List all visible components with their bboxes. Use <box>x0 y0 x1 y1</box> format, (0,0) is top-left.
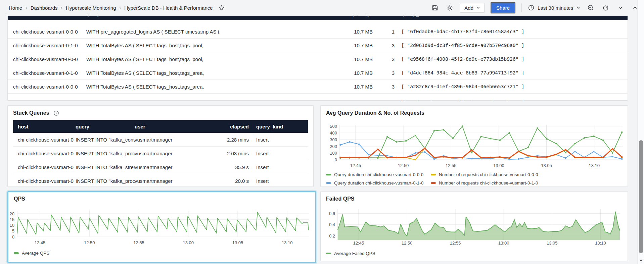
failed-qps-panel-title: Failed QPS <box>326 196 354 202</box>
table-cell: 1 <box>373 29 395 35</box>
legend-label: Query duration chi-clickhouse-vusmart-0-… <box>334 172 423 177</box>
time-range-picker[interactable]: Last 30 minutes <box>528 4 580 11</box>
qps-panel-title: QPS <box>14 196 25 202</box>
svg-text:13:00: 13:00 <box>493 163 504 168</box>
query-log-table-row[interactable]: chi-clickhouse-vusmart-0-1-0WITH TotalBy… <box>8 39 628 52</box>
query-log-table-row[interactable]: chi-clickhouse-vusmart-0-1-0WITH TotalBy… <box>8 66 628 80</box>
table-cell: Insert <box>249 164 308 170</box>
scrollbar-thumb[interactable] <box>639 140 643 253</box>
add-button-label: Add <box>464 5 473 11</box>
top-toolbar: Home › Dashboards › Hyperscale Monitorin… <box>0 0 644 15</box>
table-cell: vusmartmanager <box>135 164 198 170</box>
query-log-table-row[interactable]: chi-clickhouse-vusmart-0-0-0WITH TotalBy… <box>8 80 628 94</box>
legend-label-average-qps[interactable]: Average QPS <box>22 251 49 256</box>
table-cell: INSERT INTO "kafka_proc <box>76 178 135 184</box>
column-header-query[interactable]: query <box>86 16 288 20</box>
breadcrumb-folder[interactable]: Hyperscale Monitoring <box>66 5 116 11</box>
query-log-table-row[interactable]: chi-clickhouse-vusmart-0-0-0WITH pre_agg… <box>8 25 628 39</box>
avg-query-duration-panel-title: Avg Query Duration & No. of Requests <box>326 110 424 116</box>
table-cell: WITH TotalBytes AS ( SELECT tags_host,ta… <box>86 43 288 48</box>
legend-label-average-failed-qps[interactable]: Average Failed QPS <box>334 251 375 256</box>
add-panel-button[interactable]: Add <box>460 3 485 13</box>
svg-text:12:55: 12:55 <box>446 163 457 168</box>
breadcrumb-separator: › <box>26 5 27 10</box>
svg-text:13:10: 13:10 <box>282 240 293 245</box>
chevron-down-icon <box>576 6 580 10</box>
column-header-host[interactable]: host <box>13 124 76 129</box>
table-cell: 3 <box>373 43 395 48</box>
stuck-queries-table-row[interactable]: chi-clickhouse-vusmart-0INSERT INTO "kaf… <box>13 160 308 174</box>
table-cell: [ "2d061d9d-dc3f-4f85-9cde-a07b570c96a0"… <box>395 43 628 48</box>
legend-swatch <box>326 174 331 175</box>
column-header-elapsed[interactable]: elapsed <box>198 124 249 129</box>
dashboard-settings-gear-icon[interactable] <box>445 3 454 12</box>
share-button[interactable]: Share <box>491 2 515 13</box>
table-cell: 1 <box>373 99 395 101</box>
breadcrumb-current-dashboard[interactable]: HyperScale DB - Health & Performance <box>124 5 213 11</box>
svg-text:10: 10 <box>10 223 14 228</box>
refresh-dashboard-button[interactable] <box>601 3 610 12</box>
table-cell: 10.7 MB <box>288 56 373 62</box>
svg-text:12:45: 12:45 <box>35 240 46 245</box>
svg-text:12:55: 12:55 <box>450 241 461 246</box>
table-cell: Insert <box>249 151 308 156</box>
refresh-interval-chevron-icon[interactable] <box>616 3 625 12</box>
column-header-user[interactable]: user <box>135 124 198 129</box>
scroll-down-arrow-icon[interactable] <box>639 259 643 262</box>
zoom-out-time-range-button[interactable] <box>586 3 595 12</box>
toolbar-divider <box>521 3 522 12</box>
svg-text:500: 500 <box>330 124 337 129</box>
info-icon[interactable] <box>53 110 59 116</box>
column-header-count[interactable]: count <box>373 16 395 20</box>
svg-text:13:05: 13:05 <box>541 163 552 168</box>
column-header-query-ids[interactable]: query_ids <box>395 16 628 20</box>
table-cell: chi-clickhouse-vusmart-0-0-0 <box>8 56 86 62</box>
breadcrumb-home[interactable]: Home <box>9 5 22 11</box>
table-cell: chi-clickhouse-vusmart-0 <box>13 164 76 170</box>
svg-text:15: 15 <box>10 217 14 222</box>
query-log-table-header: host query memory_usage count query_ids <box>8 16 628 20</box>
chevron-down-icon <box>476 6 480 10</box>
column-header-memory-usage[interactable]: memory_usage <box>288 16 373 20</box>
breadcrumb-dashboards[interactable]: Dashboards <box>31 5 58 11</box>
table-cell: 10.7 MB <box>288 84 373 90</box>
failed-qps-panel: Failed QPS 0.20.40.612:4512:5012:5513:00… <box>320 191 628 261</box>
svg-text:13:05: 13:05 <box>232 240 243 245</box>
svg-text:12:50: 12:50 <box>84 240 95 245</box>
legend-item[interactable]: Query duration chi-clickhouse-vusmart-0-… <box>326 180 431 186</box>
table-cell: [ "e9568f6f-4008-45f2-8d9c-e773db15b926"… <box>395 56 628 62</box>
table-cell: Insert <box>249 178 308 184</box>
stuck-queries-table-row[interactable]: chi-clickhouse-vusmart-0INSERT INTO "kaf… <box>13 147 308 160</box>
failed-qps-chart[interactable]: 0.20.40.612:4512:5012:5513:0013:0513:10 <box>322 206 628 247</box>
breadcrumb-separator: › <box>119 5 121 10</box>
svg-text:0.2: 0.2 <box>329 233 335 239</box>
column-header-host[interactable]: host <box>8 16 86 20</box>
avg-query-duration-chart[interactable]: 010020030040050012:4512:5012:5513:0013:0… <box>322 119 627 169</box>
table-cell: WITH TotalBytes AS ( SELECT tags_host,ta… <box>86 70 288 76</box>
table-cell: 20.0 s <box>198 178 249 184</box>
column-header-query-kind[interactable]: query_kind <box>249 124 308 129</box>
table-cell: 10.7 MB <box>288 43 373 48</box>
legend-item[interactable]: Number of requests chi-clickhouse-vusmar… <box>431 180 538 186</box>
svg-text:0: 0 <box>335 157 337 162</box>
legend-swatch <box>431 182 436 184</box>
legend-item[interactable]: Number of requests chi-clickhouse-vusmar… <box>431 172 538 177</box>
stuck-queries-table-row[interactable]: chi-clickhouse-vusmart-0INSERT INTO "kaf… <box>13 174 308 187</box>
column-header-query[interactable]: query <box>76 124 135 129</box>
legend-swatch <box>431 174 436 175</box>
legend-item[interactable]: Query duration chi-clickhouse-vusmart-0-… <box>326 172 431 177</box>
page-scrollbar[interactable] <box>637 0 644 264</box>
stuck-queries-table-row[interactable]: chi-clickhouse-vusmart-0INSERT INTO "kaf… <box>13 133 308 147</box>
query-log-table-row[interactable]: chi-clickhouse-vusmart-0-0-0WITH TotalBy… <box>8 52 628 66</box>
table-cell: 35.9 s <box>198 164 249 170</box>
qps-panel-selected[interactable]: QPS 0510152012:4512:5012:5513:0013:0513:… <box>7 191 316 263</box>
favorite-star-icon[interactable] <box>218 5 225 11</box>
table-cell: [ "d4dcf864-984c-4ace-8b83-77a994713f92"… <box>395 70 628 75</box>
qps-chart[interactable]: 0510152012:4512:5012:5513:0013:0513:10 <box>9 205 315 247</box>
clock-icon <box>528 4 535 11</box>
save-dashboard-button[interactable] <box>430 3 439 12</box>
stuck-queries-panel-title: Stuck Queries <box>13 110 49 116</box>
query-log-table-row[interactable]: chi-clickhouse-vusmart-0-1-0SELECT "noti… <box>8 95 628 101</box>
svg-text:200: 200 <box>330 144 337 149</box>
table-cell: chi-clickhouse-vusmart-0 <box>13 151 76 156</box>
